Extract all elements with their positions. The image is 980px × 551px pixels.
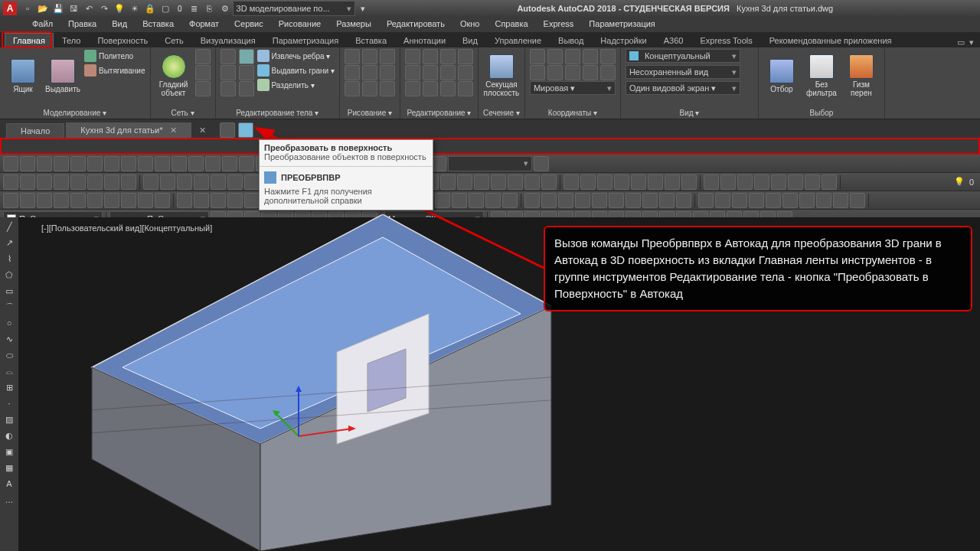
tab-addins[interactable]: Надстройки [592,33,655,47]
menu-dimension[interactable]: Размеры [328,17,379,32]
tb2-11-icon[interactable] [194,174,209,190]
tb3-5-icon[interactable] [87,193,103,208]
tb2-2-icon[interactable] [37,174,52,190]
tb2-42-icon[interactable] [737,174,753,190]
tab-mesh[interactable]: Сеть [156,33,191,47]
presspull-button[interactable]: Вытягивание [84,64,145,77]
menu-format[interactable]: Формат [181,17,227,32]
tb3-6-icon[interactable] [104,193,119,208]
tb3-30-icon[interactable] [524,193,540,208]
tb1-4-icon[interactable] [70,156,86,171]
convert-surface-ribbon-icon[interactable] [238,122,253,138]
tb2-5-icon[interactable] [87,174,103,190]
tb2-46-icon[interactable] [805,174,820,190]
tb2-26-icon[interactable] [457,174,472,190]
menu-help[interactable]: Справка [487,17,535,32]
tb3-40-icon[interactable] [698,193,714,208]
tb2-12-icon[interactable] [211,174,226,190]
lt-grad-icon[interactable]: ◐ [2,428,17,443]
viewport-config-dropdown[interactable]: Один видовой экран ▾▾ [626,81,740,95]
filter-button[interactable]: Отбор [763,49,800,103]
lt-more-icon[interactable]: … [2,492,17,507]
tab-solid[interactable]: Тело [54,33,90,47]
lt-table-icon[interactable]: ▦ [2,460,17,475]
se-t6-icon[interactable] [239,81,254,96]
box-button[interactable]: Ящик [5,49,41,103]
lt-point-icon[interactable]: · [2,396,17,411]
lock-icon[interactable]: 🔒 [144,2,156,15]
tb3-7-icon[interactable] [121,193,136,208]
lt-polyline-icon[interactable]: ⌇ [2,251,17,266]
tb3-13-icon[interactable] [227,193,243,208]
menu-insert[interactable]: Вставка [135,17,181,32]
tb2-0-icon[interactable] [3,174,18,190]
tb1-11-icon[interactable] [188,156,204,171]
tb1b-2-icon[interactable] [431,156,446,171]
tb2-4-icon[interactable] [70,174,86,190]
se-t2-icon[interactable] [220,65,236,80]
tb2-44-icon[interactable] [771,174,786,190]
lt-rect-icon[interactable]: ▭ [2,283,17,298]
tb3-31-icon[interactable] [541,193,557,208]
tb3-39-icon[interactable] [676,193,691,208]
tb2-47-icon[interactable] [822,174,837,190]
new-icon[interactable]: ▫ [21,2,34,15]
tb1-3-icon[interactable] [54,156,69,171]
separate-button[interactable]: Разделить ▾ [257,78,335,92]
tb3-42-icon[interactable] [732,193,747,208]
lt-ellarc-icon[interactable]: ⌓ [2,364,17,379]
menu-tools[interactable]: Сервис [227,17,271,32]
lt-ellipse-icon[interactable]: ⬭ [2,347,17,363]
panel-mesh-title[interactable]: Сеть ▾ [155,107,211,119]
tab-manage[interactable]: Управление [486,33,550,47]
lt-circle-icon[interactable]: ○ [2,315,17,331]
tb3-38-icon[interactable] [659,193,675,208]
tb3-1-icon[interactable] [20,193,35,208]
tb1-9-icon[interactable] [155,156,170,171]
world-ucs-dropdown[interactable]: Мировая ▾▾ [530,81,616,95]
point-icon[interactable] [380,81,395,96]
array-icon[interactable] [440,81,456,96]
tb1-12-icon[interactable] [205,156,220,171]
erase-icon[interactable] [458,49,473,64]
rotate-icon[interactable] [423,49,438,64]
tb2-38-icon[interactable] [665,174,680,190]
tab-express-tools[interactable]: Express Tools [691,33,760,47]
tb2-13-icon[interactable] [227,174,243,190]
tab-visualize[interactable]: Визуализация [192,33,264,47]
se-t1-icon[interactable] [220,49,236,64]
tb3-36-icon[interactable] [626,193,641,208]
extrude-faces-button[interactable]: Выдавить грани ▾ [257,64,335,77]
mesh-tool3-icon[interactable] [195,81,211,96]
tb2-7-icon[interactable] [121,174,136,190]
menu-express[interactable]: Express [536,17,582,32]
tb3-32-icon[interactable] [558,193,573,208]
match-icon[interactable]: ⎘ [204,2,216,15]
ucs-t4-icon[interactable] [583,49,598,64]
ellipse-icon[interactable] [380,65,395,80]
mesh-tool2-icon[interactable] [195,65,211,80]
layer0-badge[interactable]: 0 [966,178,977,187]
tb2-37-icon[interactable] [648,174,663,190]
tb1-0-icon[interactable] [3,156,18,171]
panel-coords-title[interactable]: Координаты ▾ [530,107,616,119]
tb1-5-icon[interactable] [87,156,103,171]
lt-arc-icon[interactable]: ⌒ [2,299,17,315]
tb3-44-icon[interactable] [766,193,781,208]
ribbon-min-icon[interactable]: ▭ [957,37,965,47]
menu-modify[interactable]: Редактировать [379,17,452,32]
ucs-t10-icon[interactable] [600,65,616,80]
tb3-27-icon[interactable] [469,193,484,208]
redo-icon[interactable]: ↷ [98,2,110,15]
file-tab-start[interactable]: Начало [6,123,64,138]
panel-modify-title[interactable]: Редактирование ▾ [405,107,473,119]
rect-icon[interactable] [345,65,360,80]
lt-hatch-icon[interactable]: ▨ [2,412,17,427]
lt-text-icon[interactable]: A [2,476,17,491]
tb3-43-icon[interactable] [749,193,764,208]
qat-more-icon[interactable]: ▾ [357,2,369,15]
tb3-33-icon[interactable] [575,193,590,208]
bulb2-icon[interactable]: 💡 [954,177,965,187]
no-filter-button[interactable]: Без фильтра [803,49,840,103]
saveas-icon[interactable]: 🖫 [67,2,80,15]
